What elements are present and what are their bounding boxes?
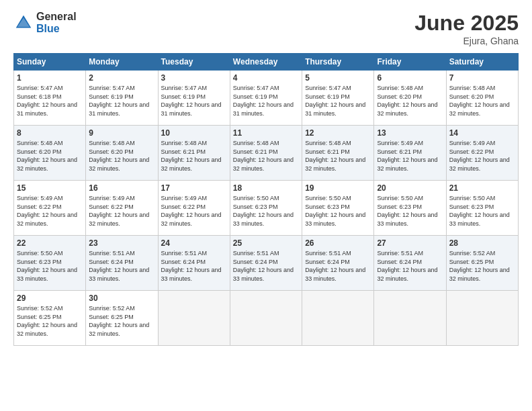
logo-general: General xyxy=(36,11,77,23)
day-info: Sunrise: 5:51 AMSunset: 6:24 PMDaylight:… xyxy=(305,249,371,283)
calendar-cell: 4Sunrise: 5:47 AMSunset: 6:19 PMDaylight… xyxy=(230,71,302,126)
day-info: Sunrise: 5:50 AMSunset: 6:23 PMDaylight:… xyxy=(449,194,515,228)
day-number: 5 xyxy=(305,73,371,83)
calendar-cell: 18Sunrise: 5:50 AMSunset: 6:23 PMDayligh… xyxy=(230,181,302,236)
calendar-cell: 9Sunrise: 5:48 AMSunset: 6:20 PMDaylight… xyxy=(86,126,158,181)
calendar-cell xyxy=(302,291,374,346)
day-number: 4 xyxy=(233,73,299,83)
day-info: Sunrise: 5:48 AMSunset: 6:21 PMDaylight:… xyxy=(233,139,299,173)
logo-blue: Blue xyxy=(36,23,77,35)
day-number: 28 xyxy=(449,238,515,248)
day-info: Sunrise: 5:50 AMSunset: 6:23 PMDaylight:… xyxy=(233,194,299,228)
calendar-week-row: 22Sunrise: 5:50 AMSunset: 6:23 PMDayligh… xyxy=(14,236,519,291)
day-number: 24 xyxy=(161,238,227,248)
day-info: Sunrise: 5:49 AMSunset: 6:21 PMDaylight:… xyxy=(377,139,443,173)
day-info: Sunrise: 5:50 AMSunset: 6:23 PMDaylight:… xyxy=(17,249,83,283)
logo-text: General Blue xyxy=(36,11,77,34)
calendar-cell: 15Sunrise: 5:49 AMSunset: 6:22 PMDayligh… xyxy=(14,181,86,236)
day-number: 19 xyxy=(305,183,371,193)
day-number: 14 xyxy=(449,128,515,138)
day-info: Sunrise: 5:50 AMSunset: 6:23 PMDaylight:… xyxy=(377,194,443,228)
calendar-cell: 2Sunrise: 5:47 AMSunset: 6:19 PMDaylight… xyxy=(86,71,158,126)
day-info: Sunrise: 5:47 AMSunset: 6:18 PMDaylight:… xyxy=(17,84,83,118)
calendar-week-row: 1Sunrise: 5:47 AMSunset: 6:18 PMDaylight… xyxy=(14,71,519,126)
calendar-cell: 17Sunrise: 5:49 AMSunset: 6:22 PMDayligh… xyxy=(158,181,230,236)
day-number: 10 xyxy=(161,128,227,138)
calendar-body: 1Sunrise: 5:47 AMSunset: 6:18 PMDaylight… xyxy=(14,71,519,346)
location: Ejura, Ghana xyxy=(414,36,519,46)
day-number: 6 xyxy=(377,73,443,83)
day-number: 16 xyxy=(89,183,154,193)
title-area: June 2025 Ejura, Ghana xyxy=(414,11,519,46)
calendar-cell: 12Sunrise: 5:48 AMSunset: 6:21 PMDayligh… xyxy=(302,126,374,181)
header-day: Wednesday xyxy=(230,54,302,71)
calendar-cell xyxy=(230,291,302,346)
header-day: Sunday xyxy=(14,54,86,71)
calendar-cell: 28Sunrise: 5:52 AMSunset: 6:25 PMDayligh… xyxy=(446,236,518,291)
day-info: Sunrise: 5:51 AMSunset: 6:24 PMDaylight:… xyxy=(161,249,227,283)
page: General Blue June 2025 Ejura, Ghana Sund… xyxy=(0,0,532,411)
day-info: Sunrise: 5:51 AMSunset: 6:24 PMDaylight:… xyxy=(377,249,443,283)
day-number: 27 xyxy=(377,238,443,248)
day-number: 18 xyxy=(233,183,299,193)
day-info: Sunrise: 5:47 AMSunset: 6:19 PMDaylight:… xyxy=(89,84,154,118)
calendar-cell: 30Sunrise: 5:52 AMSunset: 6:25 PMDayligh… xyxy=(86,291,158,346)
day-info: Sunrise: 5:52 AMSunset: 6:25 PMDaylight:… xyxy=(449,249,515,283)
day-number: 9 xyxy=(89,128,154,138)
calendar-cell: 20Sunrise: 5:50 AMSunset: 6:23 PMDayligh… xyxy=(374,181,446,236)
day-number: 20 xyxy=(377,183,443,193)
logo-icon xyxy=(13,13,34,33)
day-info: Sunrise: 5:52 AMSunset: 6:25 PMDaylight:… xyxy=(89,304,154,338)
calendar-cell: 1Sunrise: 5:47 AMSunset: 6:18 PMDaylight… xyxy=(14,71,86,126)
calendar-cell: 11Sunrise: 5:48 AMSunset: 6:21 PMDayligh… xyxy=(230,126,302,181)
day-info: Sunrise: 5:47 AMSunset: 6:19 PMDaylight:… xyxy=(161,84,227,118)
calendar-cell: 23Sunrise: 5:51 AMSunset: 6:24 PMDayligh… xyxy=(86,236,158,291)
calendar-cell: 22Sunrise: 5:50 AMSunset: 6:23 PMDayligh… xyxy=(14,236,86,291)
day-info: Sunrise: 5:51 AMSunset: 6:24 PMDaylight:… xyxy=(233,249,299,283)
day-info: Sunrise: 5:48 AMSunset: 6:20 PMDaylight:… xyxy=(89,139,154,173)
calendar-cell: 26Sunrise: 5:51 AMSunset: 6:24 PMDayligh… xyxy=(302,236,374,291)
calendar-cell xyxy=(446,291,518,346)
day-info: Sunrise: 5:51 AMSunset: 6:24 PMDaylight:… xyxy=(89,249,154,283)
calendar-week-row: 8Sunrise: 5:48 AMSunset: 6:20 PMDaylight… xyxy=(14,126,519,181)
day-number: 25 xyxy=(233,238,299,248)
calendar-cell: 27Sunrise: 5:51 AMSunset: 6:24 PMDayligh… xyxy=(374,236,446,291)
calendar-week-row: 29Sunrise: 5:52 AMSunset: 6:25 PMDayligh… xyxy=(14,291,519,346)
day-number: 22 xyxy=(17,238,83,248)
calendar-cell: 25Sunrise: 5:51 AMSunset: 6:24 PMDayligh… xyxy=(230,236,302,291)
calendar-cell: 24Sunrise: 5:51 AMSunset: 6:24 PMDayligh… xyxy=(158,236,230,291)
calendar-header: SundayMondayTuesdayWednesdayThursdayFrid… xyxy=(14,54,519,71)
day-info: Sunrise: 5:48 AMSunset: 6:21 PMDaylight:… xyxy=(161,139,227,173)
main-title: June 2025 xyxy=(414,11,519,36)
day-number: 8 xyxy=(17,128,83,138)
day-number: 29 xyxy=(17,293,83,303)
calendar-week-row: 15Sunrise: 5:49 AMSunset: 6:22 PMDayligh… xyxy=(14,181,519,236)
day-number: 15 xyxy=(17,183,83,193)
day-info: Sunrise: 5:49 AMSunset: 6:22 PMDaylight:… xyxy=(161,194,227,228)
day-info: Sunrise: 5:48 AMSunset: 6:20 PMDaylight:… xyxy=(449,84,515,118)
day-info: Sunrise: 5:47 AMSunset: 6:19 PMDaylight:… xyxy=(305,84,371,118)
day-number: 12 xyxy=(305,128,371,138)
header: General Blue June 2025 Ejura, Ghana xyxy=(13,11,519,46)
calendar-cell: 7Sunrise: 5:48 AMSunset: 6:20 PMDaylight… xyxy=(446,71,518,126)
day-info: Sunrise: 5:49 AMSunset: 6:22 PMDaylight:… xyxy=(89,194,154,228)
calendar-cell: 14Sunrise: 5:49 AMSunset: 6:22 PMDayligh… xyxy=(446,126,518,181)
day-number: 1 xyxy=(17,73,83,83)
calendar-cell: 13Sunrise: 5:49 AMSunset: 6:21 PMDayligh… xyxy=(374,126,446,181)
header-day: Thursday xyxy=(302,54,374,71)
day-info: Sunrise: 5:52 AMSunset: 6:25 PMDaylight:… xyxy=(17,304,83,338)
day-info: Sunrise: 5:50 AMSunset: 6:23 PMDaylight:… xyxy=(305,194,371,228)
day-info: Sunrise: 5:49 AMSunset: 6:22 PMDaylight:… xyxy=(17,194,83,228)
day-number: 26 xyxy=(305,238,371,248)
calendar-cell: 21Sunrise: 5:50 AMSunset: 6:23 PMDayligh… xyxy=(446,181,518,236)
day-number: 7 xyxy=(449,73,515,83)
header-day: Saturday xyxy=(446,54,518,71)
header-day: Friday xyxy=(374,54,446,71)
calendar-cell xyxy=(158,291,230,346)
day-number: 13 xyxy=(377,128,443,138)
header-day: Monday xyxy=(86,54,158,71)
day-number: 11 xyxy=(233,128,299,138)
day-info: Sunrise: 5:48 AMSunset: 6:20 PMDaylight:… xyxy=(17,139,83,173)
day-number: 17 xyxy=(161,183,227,193)
day-number: 3 xyxy=(161,73,227,83)
